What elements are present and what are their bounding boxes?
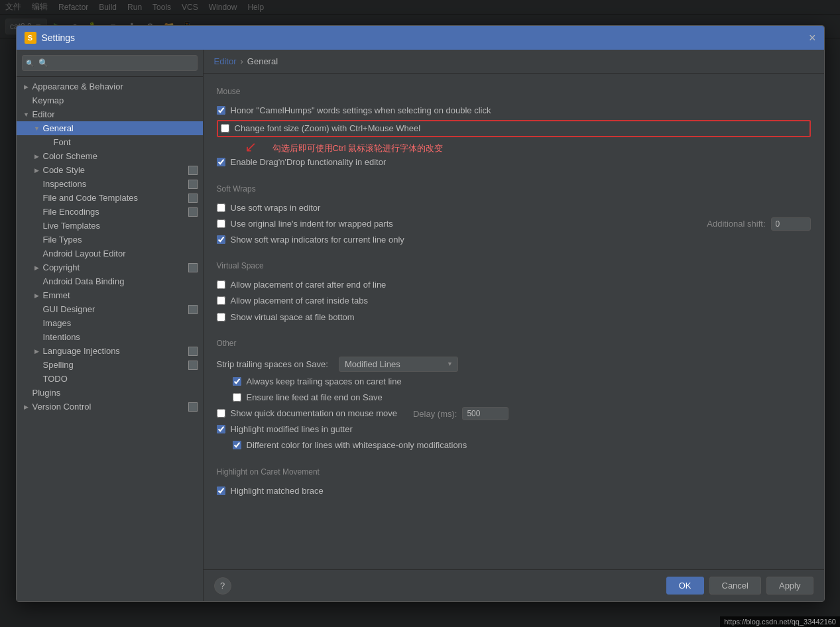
dialog-title-left: S Settings [25, 32, 76, 38]
dialog-title: Settings [42, 32, 76, 38]
close-button[interactable]: × [809, 32, 816, 38]
dialog-titlebar: S Settings × [17, 26, 824, 38]
dialog-icon: S [25, 32, 36, 38]
settings-dialog: S Settings × Appearance & Beh [16, 25, 825, 38]
modal-overlay: S Settings × Appearance & Beh [0, 0, 840, 38]
